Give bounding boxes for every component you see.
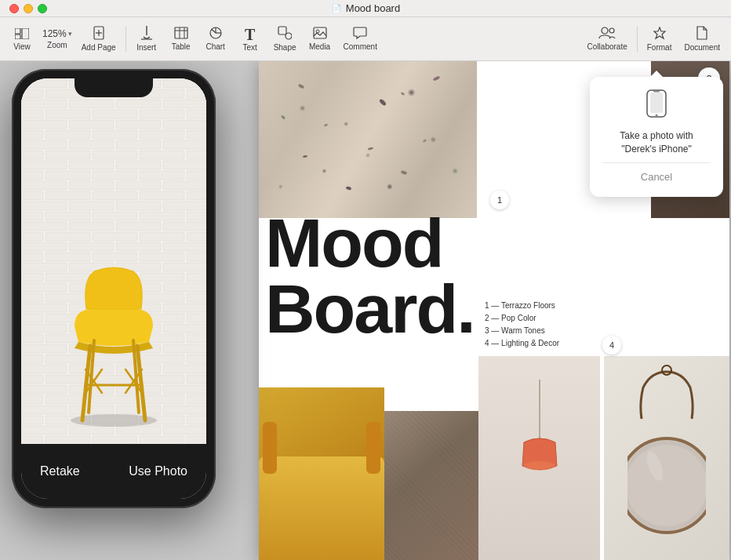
cancel-button[interactable]: Cancel: [635, 169, 678, 184]
table-button[interactable]: Table: [164, 20, 198, 58]
collaborate-icon: [598, 27, 616, 42]
zoom-control[interactable]: 125% ▾ Zoom: [39, 20, 75, 58]
table-icon: [174, 27, 188, 42]
chart-icon: [209, 27, 223, 42]
svg-rect-0: [15, 28, 20, 34]
svg-point-41: [656, 115, 658, 117]
iphone-screen: Retake Use Photo: [21, 78, 206, 499]
retake-button[interactable]: Retake: [40, 464, 80, 478]
svg-rect-1: [15, 35, 20, 39]
chair-photo: [21, 78, 206, 444]
iphone-notch: [75, 78, 153, 97]
main-content: 1 Mood Board.: [0, 61, 731, 560]
phone-svg: [645, 89, 668, 118]
title-bar: 📄 Mood board: [0, 0, 731, 17]
format-button[interactable]: Format: [641, 20, 678, 58]
minimize-button[interactable]: [24, 4, 33, 13]
lamp-svg: [508, 380, 571, 552]
iphone-continuity-popup: Take a photo with"Derek's iPhone" Cancel: [590, 77, 723, 197]
chair-image: [51, 256, 176, 428]
svg-point-23: [627, 445, 706, 526]
svg-rect-42: [653, 91, 660, 93]
shape-button[interactable]: Shape: [267, 20, 303, 58]
add-page-icon: [92, 26, 106, 42]
view-icon: [15, 27, 29, 42]
mood-board-title: Mood Board.: [259, 210, 475, 341]
svg-point-14: [285, 33, 292, 39]
phone-icon: [645, 89, 668, 123]
svg-point-18: [609, 28, 614, 33]
chair-svg: [51, 256, 176, 428]
text-button[interactable]: T Text: [233, 20, 267, 58]
iphone-wrapper: Retake Use Photo: [0, 61, 227, 560]
comment-button[interactable]: Comment: [337, 20, 384, 58]
toolbar: View 125% ▾ Zoom Add Page Insert: [0, 17, 731, 61]
svg-point-16: [316, 30, 319, 33]
text-icon: T: [245, 27, 255, 42]
svg-point-20: [524, 461, 555, 471]
close-button[interactable]: [9, 4, 19, 13]
svg-rect-2: [22, 28, 29, 39]
terrazzo-image: [259, 61, 477, 218]
format-icon: [653, 26, 667, 42]
iphone-bottom-bar: Retake Use Photo: [21, 444, 206, 499]
media-icon: [313, 27, 327, 42]
svg-rect-15: [314, 27, 326, 38]
mirror-svg: [627, 364, 706, 552]
chart-button[interactable]: Chart: [198, 20, 233, 58]
iphone-frame: Retake Use Photo: [12, 69, 216, 508]
window-title: 📄 Mood board: [331, 2, 400, 14]
svg-point-21: [662, 365, 671, 375]
mirror-image: [604, 356, 729, 560]
insert-icon: [140, 26, 153, 42]
iphone-photo-area: [21, 78, 206, 444]
comment-icon: [353, 27, 367, 42]
add-page-button[interactable]: Add Page: [75, 20, 122, 58]
shape-icon: [278, 26, 292, 42]
svg-rect-8: [175, 27, 187, 38]
maximize-button[interactable]: [38, 4, 47, 13]
popup-message: Take a photo with"Derek's iPhone": [620, 129, 693, 156]
svg-rect-40: [650, 93, 663, 113]
badge-1: 1: [490, 191, 509, 209]
document-button[interactable]: Document: [678, 20, 726, 58]
bottom-center-image: [384, 411, 478, 560]
view-button[interactable]: View: [5, 20, 39, 58]
insert-button[interactable]: Insert: [129, 20, 164, 58]
badge-4: 4: [602, 336, 621, 355]
collaborate-button[interactable]: Collaborate: [581, 20, 634, 58]
media-button[interactable]: Media: [303, 20, 337, 58]
document-icon: [696, 26, 708, 42]
popup-divider: [602, 162, 711, 163]
toolbar-separator-1: [125, 27, 126, 52]
traffic-lights: [9, 4, 47, 13]
caption-area: 1 — Terrazzo Floors 2 — Pop Color 3 — Wa…: [478, 293, 604, 356]
bottom-left-image: [259, 387, 384, 560]
svg-rect-13: [278, 27, 286, 35]
use-photo-button[interactable]: Use Photo: [129, 464, 187, 478]
lamp-image: [478, 356, 600, 560]
pages-icon: 📄: [331, 3, 342, 14]
svg-point-17: [602, 27, 608, 34]
toolbar-separator-2: [637, 27, 638, 52]
